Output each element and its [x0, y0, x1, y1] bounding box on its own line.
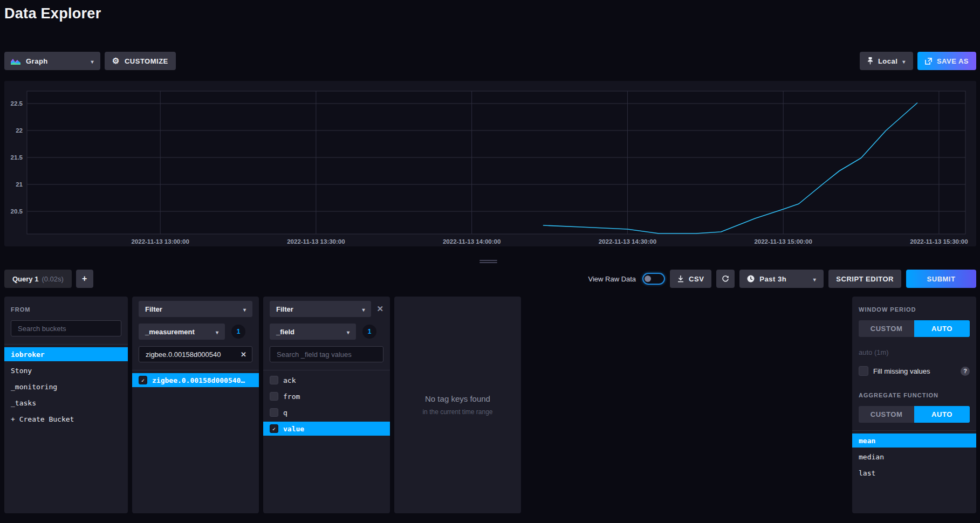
field-search-input[interactable] [276, 350, 378, 359]
checkbox-icon[interactable] [270, 376, 278, 384]
checkbox-icon[interactable] [139, 376, 147, 384]
checkbox-icon[interactable] [270, 424, 278, 433]
item-label: + Create Bucket [11, 415, 74, 423]
question-icon[interactable]: ? [961, 367, 970, 376]
aggregate-auto-button[interactable]: AUTO [914, 406, 970, 423]
chevron-down-icon [243, 305, 246, 313]
item-label: q [283, 409, 287, 417]
view-raw-data-toggle[interactable] [642, 273, 665, 285]
field-item[interactable]: q [263, 405, 390, 419]
aggregate-function-list: meanmedianlast [852, 430, 976, 480]
window-custom-button[interactable]: CUSTOM [859, 320, 914, 337]
bucket-item[interactable]: _monitoring [4, 380, 128, 394]
window-period-header: WINDOW PERIOD [859, 306, 970, 313]
bucket-search-input[interactable] [17, 324, 115, 333]
field-item[interactable]: ack [263, 373, 390, 387]
item-label: zigbee.0.00158d000540… [152, 376, 245, 384]
query-options-panel: WINDOW PERIOD CUSTOM AUTO auto (1m) Fill… [852, 297, 976, 513]
chevron-down-icon [902, 57, 906, 65]
view-type-label: Graph [26, 57, 48, 65]
add-query-button[interactable]: + [76, 270, 93, 288]
fill-missing-label: Fill missing values [873, 367, 930, 375]
field-item[interactable]: value [263, 422, 390, 436]
window-auto-value: auto (1m) [859, 348, 970, 356]
time-range-dropdown[interactable]: Past 3h [739, 270, 824, 288]
tag-keys-panel: No tag keys found in the current time ra… [394, 297, 521, 513]
filter-type-dropdown[interactable]: Filter [139, 301, 252, 317]
selected-count-badge: 1 [362, 325, 376, 339]
y-tick-label: 20.5 [11, 208, 23, 215]
x-tick-label: 2022-11-13 15:00:00 [754, 238, 812, 245]
query-duration: (0.02s) [42, 275, 63, 283]
item-label: from [283, 393, 300, 401]
create-bucket-item[interactable]: + Create Bucket [4, 412, 128, 426]
save-as-button[interactable]: SAVE AS [917, 52, 976, 70]
selected-count-badge: 1 [231, 325, 245, 339]
chevron-down-icon [347, 328, 349, 336]
timezone-dropdown[interactable]: Local [860, 52, 913, 70]
empty-state-subtitle: in the current time range [422, 408, 492, 416]
csv-label: CSV [689, 275, 704, 283]
y-tick-label: 21.5 [11, 154, 23, 161]
item-label: last [859, 469, 875, 477]
toggle-knob [645, 276, 651, 282]
item-label: _tasks [11, 399, 36, 407]
script-editor-button[interactable]: SCRIPT EDITOR [828, 270, 901, 288]
area-graph-icon [11, 58, 20, 65]
aggregate-function-item[interactable]: mean [852, 433, 976, 448]
query-builder: FROM iobrokerStony_monitoring_tasks+ Cre… [4, 297, 976, 513]
field-item[interactable]: from [263, 389, 390, 403]
bucket-item[interactable]: iobroker [4, 347, 128, 361]
empty-state-title: No tag keys found [425, 394, 490, 403]
checkbox-icon[interactable] [270, 392, 278, 401]
measurement-item[interactable]: zigbee.0.00158d000540… [132, 373, 259, 387]
refresh-button[interactable] [716, 270, 735, 288]
item-label: Stony [11, 367, 32, 375]
customize-button[interactable]: CUSTOMIZE [105, 52, 176, 70]
download-icon [677, 276, 684, 283]
fill-missing-checkbox[interactable] [859, 366, 868, 376]
y-tick-label: 21 [16, 181, 23, 188]
item-label: value [283, 425, 304, 433]
clear-search-icon[interactable]: ✕ [241, 350, 246, 359]
query-tab-name: Query 1 [12, 275, 38, 283]
key-label: _field [276, 328, 294, 336]
view-raw-data-label: View Raw Data [588, 275, 636, 283]
page-title: Data Explorer [4, 5, 101, 22]
x-tick-label: 2022-11-13 14:00:00 [443, 238, 501, 245]
checkbox-icon[interactable] [270, 408, 278, 417]
aggregate-custom-button[interactable]: CUSTOM [859, 406, 914, 423]
csv-download-button[interactable]: CSV [670, 270, 711, 288]
filter-type-dropdown[interactable]: Filter [270, 301, 371, 317]
close-filter-icon[interactable]: ✕ [376, 304, 383, 314]
window-period-segmented: CUSTOM AUTO [859, 320, 970, 337]
view-type-dropdown[interactable]: Graph [4, 52, 100, 70]
aggregate-header: AGGREGATE FUNCTION [859, 392, 970, 398]
measurement-key-dropdown[interactable]: _measurement [139, 324, 225, 340]
item-label: mean [859, 437, 875, 445]
query-toolbar-right: View Raw Data CSV Past 3h [588, 270, 976, 288]
submit-button[interactable]: SUBMIT [906, 270, 976, 288]
aggregate-function-item[interactable]: median [852, 450, 976, 464]
refresh-icon [722, 275, 729, 283]
measurement-search-box: ✕ [139, 346, 252, 362]
aggregate-function-item[interactable]: last [852, 466, 976, 480]
bucket-item[interactable]: Stony [4, 363, 128, 377]
y-tick-label: 22 [16, 127, 23, 134]
time-series-chart[interactable]: 2022-11-13 13:00:002022-11-13 13:30:0020… [4, 81, 976, 246]
aggregate-segmented: CUSTOM AUTO [859, 406, 970, 423]
chevron-down-icon [91, 57, 94, 65]
query-tab[interactable]: Query 1 (0.02s) [4, 270, 72, 288]
measurement-filter-panel: Filter _measurement 1 ✕ zigbee.0.00158d0… [132, 297, 259, 513]
field-search-box [270, 346, 383, 362]
y-tick-label: 22.5 [11, 100, 23, 107]
item-label: ack [283, 376, 296, 384]
resize-drag-handle[interactable] [479, 260, 497, 264]
bucket-item[interactable]: _tasks [4, 396, 128, 410]
measurement-search-input[interactable] [145, 350, 241, 359]
window-auto-button[interactable]: AUTO [914, 320, 970, 337]
chevron-down-icon [362, 305, 365, 313]
field-key-dropdown[interactable]: _field [270, 324, 356, 340]
chevron-down-icon [813, 275, 817, 283]
bucket-search-box [11, 320, 121, 336]
